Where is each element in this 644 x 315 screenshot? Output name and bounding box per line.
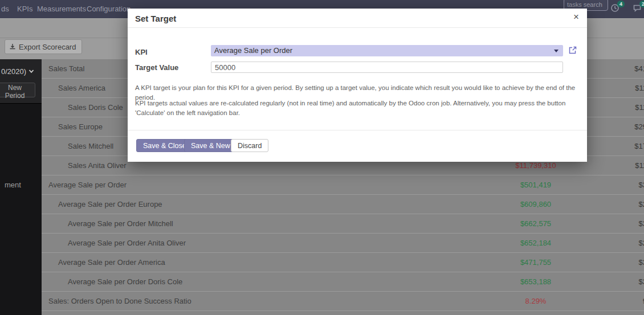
kpi-row-target-value: $17 [634,142,644,150]
messages-badge: 2 [639,1,644,7]
close-icon[interactable]: × [571,11,581,23]
kpi-row-value: 8.29% [473,297,598,305]
period-selector-label: 0/2020) [1,67,26,76]
kpi-row-label: Average Sale per Order Doris Cole [68,277,182,286]
kpi-row-target-value: $29 [634,122,644,131]
table-row[interactable]: Average Sale per Order $501,419 $3 [42,175,644,195]
kpi-row-target-value: $3 [639,181,644,189]
table-row[interactable]: Sales: Orders Open to Done Success Ratio… [42,292,644,311]
period-selector[interactable]: 0/2020) [1,67,34,76]
table-row[interactable]: Average Sale per Order Mitchell $662,575… [42,214,644,234]
kpi-row-value: $11,739,310 [473,161,598,170]
dialog-header-divider [128,27,587,28]
nav-item-measurements[interactable]: Measurements [37,5,86,13]
kpi-row-target-value: $41 [634,64,644,73]
chevron-down-icon [28,67,34,76]
kpi-row-label: Sales America [58,84,105,92]
kpi-row-label: Average Sale per Order Anita Oliver [68,239,186,247]
kpi-row-target-value: $11 [635,161,644,170]
table-row[interactable]: Average Sale per Order Doris Cole $653,1… [42,272,644,292]
kpi-row-target-value: $11 [635,103,644,112]
kpi-row-label: Sales Total [48,64,84,73]
dialog-footer-divider [128,130,587,130]
kpi-row-target-value: $3 [639,258,644,267]
left-sidebar: 0/2020) New Period ment [0,59,42,315]
kpi-row-target-value: $2 [639,239,644,247]
kpi-row-target-value: $2 [639,200,644,208]
nav-item-kpis[interactable]: KPIs [17,5,32,13]
export-scorecard-label: Export Scorecard [19,43,76,51]
sidebar-period-panel: 0/2020) New Period [0,59,42,104]
kpi-row-label: Sales Doris Cole [68,103,123,112]
table-row[interactable]: Average Sale per Order America $471,755 … [42,253,644,272]
dialog-help-paragraph-2: KPI targets actual values are re-calcula… [135,99,580,118]
export-scorecard-button[interactable]: Export Scorecard [5,39,82,54]
dialog-title: Set Target [135,14,176,23]
nav-item-scorecards[interactable]: ds [1,5,9,13]
kpi-row-value: $652,184 [473,239,598,247]
target-value-field-label: Target Value [135,63,178,72]
table-row[interactable]: Average Sale per Order Europe $609,860 $… [42,195,644,214]
kpi-row-label: Average Sale per Order Europe [58,200,162,208]
kpi-row-label: Average Sale per Order Mitchell [68,219,173,228]
nav-item-configuration[interactable]: Configuration [87,5,131,13]
download-icon [9,43,16,50]
new-period-button[interactable]: New Period [0,83,35,97]
kpi-row-label: Sales Mitchell [68,142,113,150]
chevron-down-icon [554,50,559,52]
discard-button[interactable]: Discard [231,139,268,152]
kpi-row-target-value: $3 [639,277,644,286]
kpi-row-value: $609,860 [473,200,598,208]
kpi-field-label: KPI [135,48,148,56]
save-and-new-button[interactable]: Save & New [184,139,237,152]
kpi-row-target-value: $3 [639,219,644,228]
kpi-row-label: Average Sale per Order America [58,258,165,267]
kpi-row-label: Sales Europe [58,122,103,131]
kpi-row-label: Average Sale per Order [48,181,127,189]
set-target-dialog: Set Target × KPI Average Sale per Order … [128,9,587,162]
kpi-row-label: Sales Anita Oliver [68,161,127,170]
kpi-row-label: Sales: Orders Open to Done Success Ratio [48,297,191,305]
activity-badge: 4 [617,1,625,7]
table-row[interactable]: Average Sale per Order Anita Oliver $652… [42,234,644,253]
kpi-select-value: Average Sale per Order [214,46,292,55]
external-link-icon[interactable] [568,46,577,55]
kpi-row-value: $662,575 [473,219,598,228]
kpi-row-value: $471,755 [473,258,598,267]
kpi-select[interactable]: Average Sale per Order [211,45,563,56]
kpi-row-value: $653,188 [473,277,598,286]
target-value-input[interactable] [211,62,563,73]
kpi-row-value: $501,419 [473,181,598,189]
table-row[interactable] [42,311,644,315]
kpi-row-target-value: $11 [635,84,644,92]
sidebar-menu-item-fragment[interactable]: ment [5,181,21,189]
